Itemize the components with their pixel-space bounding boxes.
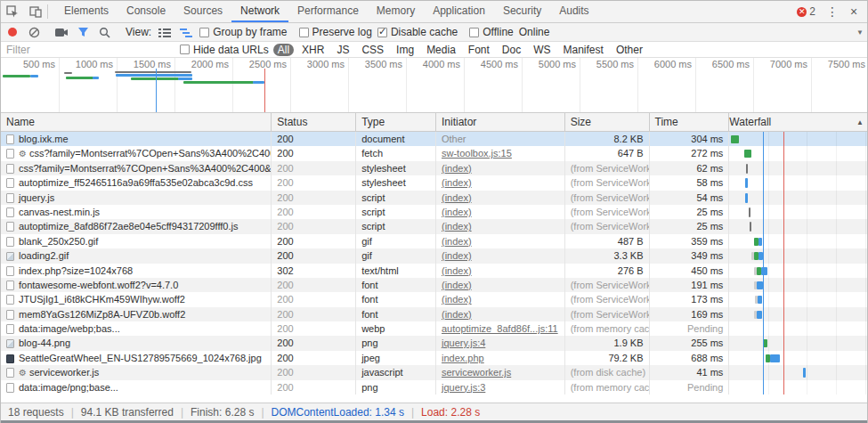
checkbox-box[interactable]: [469, 28, 479, 37]
filter-pill-js[interactable]: JS: [332, 44, 353, 56]
request-name-cell[interactable]: autoptimize_8afd86f72ae8e04e5cff94317209…: [1, 219, 272, 233]
request-name-cell[interactable]: canvas-nest.min.js: [1, 205, 272, 219]
request-name-cell[interactable]: data:image/webp;bas...: [1, 321, 272, 336]
record-button[interactable]: [4, 24, 20, 40]
request-name-cell[interactable]: mem8YaGs126MiZp8A-UFVZ0b.woff2: [1, 307, 272, 321]
request-row[interactable]: fontawesome-webfont.woff2?v=4.7.0200font…: [1, 278, 867, 292]
request-name-cell[interactable]: loading2.gif: [1, 248, 272, 263]
request-name-cell[interactable]: jquery.js: [1, 191, 272, 205]
initiator-link[interactable]: sw-toolbox.js:15: [442, 148, 512, 159]
initiator-link[interactable]: (index): [442, 236, 472, 247]
filter-pill-manifest[interactable]: Manifest: [559, 44, 608, 56]
column-header-type[interactable]: Type: [356, 113, 436, 131]
request-name-cell[interactable]: blog-44.png: [1, 336, 272, 350]
request-row[interactable]: blog-44.png200pngjquery.js:41.9 KB255 ms: [1, 336, 867, 350]
request-name-cell[interactable]: fontawesome-webfont.woff2?v=4.7.0: [1, 278, 272, 292]
request-row[interactable]: index.php?size=1024x768302text/html(inde…: [1, 264, 867, 278]
initiator-link[interactable]: serviceworker.js: [442, 367, 511, 378]
filter-pill-all[interactable]: All: [273, 44, 294, 56]
request-name-cell[interactable]: ⚙css?family=Montserrat%7COpen+Sans%3A400…: [1, 146, 272, 160]
initiator-link[interactable]: (index): [442, 207, 472, 217]
request-waterfall-cell[interactable]: [729, 336, 867, 350]
network-overview-pane[interactable]: 500 ms1000 ms1500 ms2000 ms2500 ms3000 m…: [1, 58, 867, 113]
request-name-cell[interactable]: index.php?size=1024x768: [1, 264, 272, 278]
initiator-link[interactable]: (index): [442, 192, 472, 203]
request-waterfall-cell[interactable]: [729, 264, 867, 278]
request-name-cell[interactable]: SeattleGreatWheel_EN-US12789575669_1024x…: [1, 351, 272, 365]
request-waterfall-cell[interactable]: [729, 321, 867, 336]
column-header-waterfall[interactable]: Waterfall▲: [729, 113, 867, 131]
show-overview-icon[interactable]: [178, 24, 194, 40]
checkbox-box[interactable]: [377, 28, 387, 37]
filter-pill-xhr[interactable]: XHR: [297, 44, 329, 56]
preserve-log-checkbox[interactable]: Preserve log: [299, 26, 372, 38]
close-icon[interactable]: ×: [844, 2, 864, 21]
capture-screenshots-icon[interactable]: [53, 24, 69, 40]
group-by-frame-checkbox[interactable]: Group by frame: [199, 26, 287, 38]
initiator-link[interactable]: jquery.js:3: [442, 382, 485, 393]
request-waterfall-cell[interactable]: [729, 175, 867, 190]
tab-network[interactable]: Network: [231, 1, 288, 22]
request-row[interactable]: JTUSjIg1_i6t8kCHKm459WIhyw.woff2200font(…: [1, 292, 867, 306]
inspect-element-icon[interactable]: [1, 1, 24, 22]
hide-data-urls-checkbox[interactable]: Hide data URLs: [180, 44, 269, 56]
request-waterfall-cell[interactable]: [729, 307, 867, 321]
filter-pill-font[interactable]: Font: [464, 44, 494, 56]
request-row[interactable]: mem8YaGs126MiZp8A-UFVZ0b.woff2200font(in…: [1, 307, 867, 321]
request-row[interactable]: jquery.js200script(index)(from ServiceWo…: [1, 191, 867, 205]
initiator-link[interactable]: (index): [442, 221, 472, 232]
request-row[interactable]: canvas-nest.min.js200script(index)(from …: [1, 205, 867, 219]
request-waterfall-cell[interactable]: [729, 132, 867, 146]
request-row[interactable]: css?family=Montserrat%7COpen+Sans%3A400%…: [1, 161, 867, 175]
request-waterfall-cell[interactable]: [729, 365, 867, 379]
request-name-cell[interactable]: JTUSjIg1_i6t8kCHKm459WIhyw.woff2: [1, 292, 272, 306]
column-header-initiator[interactable]: Initiator: [436, 113, 565, 131]
initiator-link[interactable]: index.php: [442, 353, 484, 363]
chevron-down-icon[interactable]: ▼: [856, 28, 864, 37]
search-icon[interactable]: [96, 24, 112, 40]
initiator-link[interactable]: (index): [442, 280, 472, 290]
request-row[interactable]: ⚙serviceworker.js200javascriptservicewor…: [1, 365, 867, 379]
tab-memory[interactable]: Memory: [368, 1, 424, 22]
device-toolbar-icon[interactable]: [24, 1, 47, 22]
initiator-link[interactable]: (index): [442, 265, 472, 276]
request-name-cell[interactable]: autoptimize_ff52465116a9a69ffa535e02abca…: [1, 175, 272, 190]
request-waterfall-cell[interactable]: [729, 161, 867, 175]
filter-icon[interactable]: [75, 24, 91, 40]
initiator-link[interactable]: jquery.js:4: [442, 338, 485, 348]
tab-audits[interactable]: Audits: [550, 1, 597, 22]
column-header-size[interactable]: Size: [565, 113, 650, 131]
request-name-cell[interactable]: ⚙serviceworker.js: [1, 365, 272, 379]
checkbox-box[interactable]: [299, 28, 309, 37]
clear-button[interactable]: [26, 24, 42, 40]
filter-pill-doc[interactable]: Doc: [498, 44, 525, 56]
tab-elements[interactable]: Elements: [55, 1, 118, 22]
request-waterfall-cell[interactable]: [729, 292, 867, 306]
request-row[interactable]: loading2.gif200gif(index)3.3 KB349 ms: [1, 248, 867, 263]
disable-cache-checkbox[interactable]: Disable cache: [377, 26, 458, 38]
initiator-link[interactable]: (index): [442, 294, 472, 305]
filter-pill-img[interactable]: Img: [392, 44, 418, 56]
tab-performance[interactable]: Performance: [288, 1, 368, 22]
request-waterfall-cell[interactable]: [729, 248, 867, 263]
request-waterfall-cell[interactable]: [729, 205, 867, 219]
request-row[interactable]: autoptimize_ff52465116a9a69ffa535e02abca…: [1, 175, 867, 190]
request-waterfall-cell[interactable]: [729, 191, 867, 205]
column-header-name[interactable]: Name: [1, 113, 272, 131]
column-header-time[interactable]: Time: [650, 113, 730, 131]
request-row[interactable]: blog.ixk.me200documentOther8.2 KB304 ms: [1, 132, 867, 146]
request-row[interactable]: ⚙css?family=Montserrat%7COpen+Sans%3A400…: [1, 146, 867, 160]
use-large-rows-icon[interactable]: [157, 24, 173, 40]
initiator-link[interactable]: (index): [442, 163, 472, 174]
request-row[interactable]: data:image/webp;bas...200webpautoptimize…: [1, 321, 867, 336]
request-name-cell[interactable]: blog.ixk.me: [1, 132, 272, 146]
tab-application[interactable]: Application: [424, 1, 494, 22]
request-waterfall-cell[interactable]: [729, 234, 867, 248]
initiator-link[interactable]: (index): [442, 250, 472, 261]
initiator-link[interactable]: (index): [442, 309, 472, 320]
checkbox-box[interactable]: [199, 28, 209, 37]
filter-pill-media[interactable]: Media: [422, 44, 460, 56]
tab-sources[interactable]: Sources: [174, 1, 231, 22]
column-header-status[interactable]: Status: [272, 113, 356, 131]
request-row[interactable]: autoptimize_8afd86f72ae8e04e5cff94317209…: [1, 219, 867, 233]
